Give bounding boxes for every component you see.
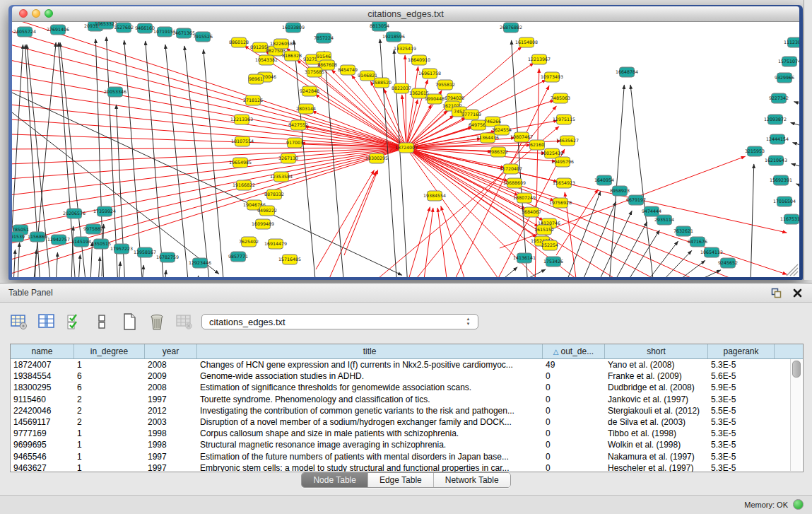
column-header-short[interactable]: short <box>605 344 708 358</box>
graph-node[interactable]: 7857224 <box>314 33 334 43</box>
graph-node[interactable]: 917003 <box>286 138 303 148</box>
graph-node[interactable]: 8454749 <box>338 65 358 75</box>
delete-table-trash-icon[interactable] <box>148 313 166 331</box>
graph-node[interactable]: 18640910 <box>408 55 430 65</box>
graph-node[interactable]: 20206576 <box>63 209 86 218</box>
table-cell[interactable]: 5.3E-5 <box>708 394 775 405</box>
graph-node[interactable]: 12213363 <box>230 115 253 124</box>
table-row[interactable]: 1456911722003Disruption of a novel membe… <box>11 416 803 428</box>
graph-edge[interactable] <box>12 41 406 148</box>
graph-edge[interactable] <box>406 148 755 277</box>
table-cell[interactable]: 1 <box>74 462 145 472</box>
graph-edge[interactable] <box>78 255 80 277</box>
graph-edge[interactable] <box>791 122 799 129</box>
table-cell[interactable]: 1 <box>74 359 145 370</box>
table-cell[interactable]: Genome-wide association studies in ADHD. <box>197 370 543 382</box>
window-resize-grip[interactable] <box>787 264 798 276</box>
table-cell[interactable]: 9699695 <box>11 439 74 450</box>
table-cell[interactable]: 6 <box>74 370 145 382</box>
graph-node[interactable]: 7485063 <box>551 93 570 103</box>
graph-edge[interactable] <box>12 28 406 148</box>
table-select-dropdown[interactable]: citations_edges.txt ▲▼ <box>201 314 478 329</box>
table-cell[interactable]: 5.3E-5 <box>708 359 775 370</box>
table-row[interactable]: 977716911998Corpus callosum shape and si… <box>11 428 803 439</box>
table-cell[interactable]: 5.3E-5 <box>708 451 775 462</box>
select-columns-icon[interactable] <box>37 313 56 331</box>
table-row[interactable]: 969969511998Structural magnetic resonanc… <box>11 439 803 450</box>
graph-node[interactable]: 8813054 <box>370 22 389 31</box>
graph-node[interactable]: 15692391 <box>770 175 792 185</box>
graph-edge[interactable] <box>630 85 654 277</box>
graph-edge[interactable] <box>316 170 374 269</box>
table-cell[interactable]: 49 <box>543 359 605 370</box>
table-cell[interactable]: Embryonic stem cells: a model to study s… <box>197 462 543 472</box>
table-cell[interactable]: 5.9E-5 <box>708 382 775 393</box>
graph-edge[interactable] <box>689 270 721 277</box>
table-row[interactable]: 1872400712008Changes of HCN gene express… <box>11 359 803 370</box>
graph-edge[interactable] <box>27 45 51 277</box>
graph-node[interactable]: 1350515 <box>91 239 111 249</box>
graph-node[interactable]: 27691406 <box>47 25 69 35</box>
graph-node[interactable]: 1640954 <box>594 175 614 185</box>
table-cell[interactable]: Yano et al. (2008) <box>605 359 708 370</box>
graph-node[interactable]: 3215953 <box>745 146 765 156</box>
graph-node[interactable]: 1588520 <box>372 78 392 88</box>
table-cell[interactable]: Investigating the contribution of common… <box>197 405 543 416</box>
graph-node[interactable]: 8471676 <box>688 237 707 247</box>
graph-edge[interactable] <box>35 250 37 277</box>
table-cell[interactable]: 2003 <box>145 416 197 428</box>
table-cell[interactable]: 18724007 <box>11 359 74 370</box>
tab-node-table[interactable]: Node Table <box>302 473 368 487</box>
graph-edge[interactable] <box>792 164 799 170</box>
graph-edge[interactable] <box>625 230 659 277</box>
table-cell[interactable]: Wolkin et al. (1998) <box>605 439 708 450</box>
table-cell[interactable]: Tourette syndrome. Phenomenology and cla… <box>197 394 543 405</box>
graph-node[interactable]: 12942757 <box>47 235 70 245</box>
table-cell[interactable]: 0 <box>543 394 605 405</box>
column-header-title[interactable]: title <box>197 344 543 358</box>
table-cell[interactable]: Disruption of a novel member of a sodium… <box>197 416 543 428</box>
column-header-year[interactable]: year <box>145 344 197 358</box>
table-row[interactable]: 946362711997Embryonic stem cells: a mode… <box>11 462 803 472</box>
column-header-indegree[interactable]: in_degree <box>74 344 145 358</box>
graph-edge[interactable] <box>12 93 402 275</box>
table-cell[interactable]: 1 <box>74 451 145 462</box>
float-panel-icon[interactable] <box>770 286 782 299</box>
graph-node[interactable]: 9466160 <box>135 23 155 33</box>
table-cell[interactable]: Jankovic et al. (1997) <box>605 394 708 405</box>
graph-node[interactable]: 7955812 <box>435 80 455 90</box>
table-cell[interactable]: Estimation of significance thresholds fo… <box>197 382 543 393</box>
table-cell[interactable]: Tibbo et al. (1998) <box>605 428 708 439</box>
graph-edge[interactable] <box>12 148 406 180</box>
graph-edge[interactable] <box>796 184 799 190</box>
graph-edge[interactable] <box>12 148 406 197</box>
graph-node[interactable]: 98961 <box>249 74 264 84</box>
close-panel-icon[interactable] <box>791 286 804 299</box>
graph-node[interactable]: 62160 <box>530 140 545 150</box>
graph-node[interactable]: 14136141 <box>513 253 536 263</box>
graph-node[interactable]: 7625402 <box>239 237 259 247</box>
table-cell[interactable]: 2008 <box>145 382 197 393</box>
table-cell[interactable]: 5.3E-5 <box>708 416 775 428</box>
graph-node[interactable]: 3684067 <box>522 207 541 217</box>
table-cell[interactable]: Changes of HCN gene expression and I(f) … <box>197 359 543 370</box>
graph-node[interactable]: 9990448 <box>425 94 445 104</box>
scrollbar-thumb[interactable] <box>792 361 801 378</box>
graph-edge[interactable] <box>142 265 143 277</box>
table-row[interactable]: 2242004622012Investigating the contribut… <box>11 405 803 416</box>
table-cell[interactable]: 0 <box>543 451 605 462</box>
graph-node[interactable]: 17957223 <box>110 244 133 254</box>
graph-edge[interactable] <box>12 45 23 277</box>
graph-edge[interactable] <box>793 143 799 149</box>
table-cell[interactable]: 22420046 <box>11 405 74 416</box>
graph-node[interactable]: 7986322 <box>488 147 508 157</box>
graph-node[interactable]: 13958167 <box>134 247 156 257</box>
table-settings-icon[interactable] <box>10 313 28 331</box>
graph-node[interactable]: 12213967 <box>528 54 551 64</box>
table-cell[interactable]: de Silva et al. (2003) <box>605 416 708 428</box>
graph-edge[interactable] <box>406 66 418 148</box>
table-cell[interactable]: Estimation of the future numbers of pati… <box>197 451 543 462</box>
table-cell[interactable]: 0 <box>543 382 605 393</box>
graph-node[interactable]: 19218596 <box>382 32 405 42</box>
table-cell[interactable]: 1997 <box>145 394 197 405</box>
